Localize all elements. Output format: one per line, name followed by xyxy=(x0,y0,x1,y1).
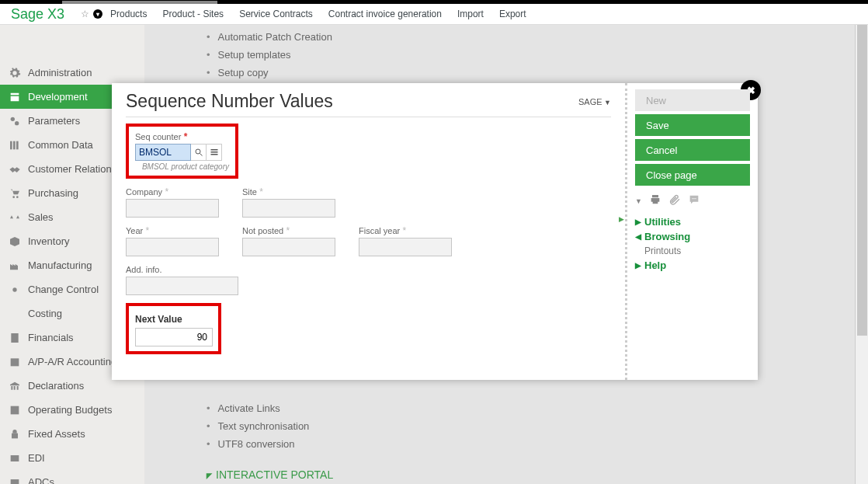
section-interactive-portal[interactable]: INTERACTIVE PORTAL xyxy=(207,468,868,481)
company-field[interactable] xyxy=(126,199,219,218)
printouts-link[interactable]: Printouts xyxy=(635,244,750,258)
svg-point-0 xyxy=(11,117,15,120)
top-link-product-sites[interactable]: Product - Sites xyxy=(162,9,224,19)
data-icon xyxy=(6,138,23,152)
chevron-down-icon[interactable]: ▼ xyxy=(635,197,642,205)
svg-rect-11 xyxy=(11,406,19,414)
list-item[interactable]: Activate Links xyxy=(207,399,868,417)
seq-help-text: BMSOL product category xyxy=(135,162,229,171)
sidebar-item-label: Manufacturing xyxy=(28,259,92,271)
list-item[interactable]: Text synchronisation xyxy=(207,417,868,435)
app-logo[interactable]: Sage X3 xyxy=(11,6,64,23)
svg-rect-2 xyxy=(10,141,12,149)
list-item[interactable]: UTF8 conversion xyxy=(207,435,868,453)
year-label: Year xyxy=(126,225,219,236)
favorite-icon[interactable]: ☆ xyxy=(81,9,89,19)
triangle-left-icon: ▶ xyxy=(635,232,641,241)
sidebar-item-label: Customer Relation xyxy=(28,163,112,175)
nav-circle-icon[interactable]: ▾ xyxy=(93,9,102,19)
top-link-contract-invoice[interactable]: Contract invoice generation xyxy=(328,9,442,19)
modal-action-panel: New Save Cancel Close page ▼ ▶Utilities … xyxy=(627,83,758,380)
fiscal-year-field[interactable] xyxy=(359,238,452,256)
svg-point-1 xyxy=(15,121,19,125)
triangle-right-icon: ▶ xyxy=(635,218,641,226)
next-value-field[interactable] xyxy=(135,328,213,346)
sidebar-item-operating-budgets[interactable]: Operating Budgets xyxy=(0,398,144,422)
search-icon[interactable] xyxy=(191,144,207,161)
modal-title: Sequence Number Values xyxy=(126,91,333,112)
svg-point-20 xyxy=(692,198,693,199)
save-button[interactable]: Save xyxy=(635,114,750,136)
top-link-export[interactable]: Export xyxy=(499,9,526,19)
help-link[interactable]: ▶Help xyxy=(635,258,750,273)
scrollbar-thumb[interactable] xyxy=(857,25,867,336)
fiscal-year-label: Fiscal year xyxy=(359,225,452,236)
not-posted-label: Not posted xyxy=(242,225,335,236)
seq-counter-label: Seq counter xyxy=(135,131,229,142)
calendar-icon xyxy=(6,355,23,369)
sequence-number-modal: ✖ Sequence Number Values SAGE Seq counte… xyxy=(112,83,758,380)
list-item[interactable]: Automatic Patch Creation xyxy=(207,28,868,46)
svg-point-15 xyxy=(196,149,200,154)
budget-icon xyxy=(6,403,23,417)
sidebar-item-edi[interactable]: EDI xyxy=(0,446,144,470)
svg-point-6 xyxy=(16,196,19,198)
chart-icon xyxy=(6,307,23,321)
svg-point-5 xyxy=(12,196,15,198)
browsing-link[interactable]: ▶Browsing xyxy=(635,229,750,244)
triangle-right-icon: ▶ xyxy=(635,261,641,270)
sidebar-item-adcs[interactable]: ADCs xyxy=(0,470,144,484)
sidebar-item-label: Development xyxy=(28,91,88,103)
svg-rect-13 xyxy=(11,455,19,461)
sidebar-item-label: Inventory xyxy=(28,235,69,247)
box-icon xyxy=(6,235,23,249)
not-posted-field[interactable] xyxy=(242,238,335,256)
sidebar-item-label: Change Control xyxy=(28,284,99,295)
gear-icon xyxy=(6,66,23,80)
svg-rect-10 xyxy=(11,358,19,366)
svg-point-21 xyxy=(693,198,694,199)
top-link-products[interactable]: Products xyxy=(110,9,147,19)
scale-icon xyxy=(6,211,23,225)
seq-counter-input[interactable] xyxy=(135,144,191,161)
top-link-import[interactable]: Import xyxy=(457,9,484,19)
sidebar-item-label: Sales xyxy=(28,211,54,223)
svg-rect-3 xyxy=(13,141,16,149)
company-label: Company xyxy=(126,186,219,197)
utilities-link[interactable]: ▶Utilities xyxy=(635,214,750,229)
year-field[interactable] xyxy=(126,238,219,256)
sidebar-item-label: Operating Budgets xyxy=(28,404,112,416)
svg-rect-18 xyxy=(210,151,217,153)
dev-icon xyxy=(6,90,23,104)
site-field[interactable] xyxy=(242,199,335,218)
sidebar-item-label: Purchasing xyxy=(28,187,78,199)
comment-icon[interactable] xyxy=(687,193,701,208)
next-value-header: Next Value xyxy=(135,314,212,325)
add-info-label: Add. info. xyxy=(126,264,238,275)
svg-rect-14 xyxy=(11,479,19,485)
edi-icon xyxy=(6,451,23,465)
list-item[interactable]: Setup templates xyxy=(207,46,868,64)
list-icon[interactable] xyxy=(207,144,222,161)
background-list-mid: Activate Links Text synchronisation UTF8… xyxy=(207,399,868,453)
sidebar-item-fixed-assets[interactable]: Fixed Assets xyxy=(0,422,144,446)
page-scrollbar[interactable] xyxy=(855,25,868,484)
svg-rect-19 xyxy=(210,154,217,155)
cancel-button[interactable]: Cancel xyxy=(635,139,750,161)
sidebar-item-label: ADCs xyxy=(28,476,54,484)
add-info-field[interactable] xyxy=(126,277,238,295)
sage-dropdown[interactable]: SAGE xyxy=(578,97,611,106)
printer-icon[interactable] xyxy=(648,193,662,208)
background-list-top: Automatic Patch Creation Setup templates… xyxy=(207,28,868,82)
sidebar-item-label: Fixed Assets xyxy=(28,428,85,440)
list-item[interactable]: Setup copy xyxy=(207,64,868,82)
sidebar-item-label: Financials xyxy=(28,332,74,343)
new-button[interactable]: New xyxy=(635,89,750,111)
top-link-service-contracts[interactable]: Service Contracts xyxy=(239,9,313,19)
gears-icon xyxy=(6,114,23,128)
close-page-button[interactable]: Close page xyxy=(635,164,750,186)
sidebar-item-administration[interactable]: Administration xyxy=(0,61,144,85)
attachment-icon[interactable] xyxy=(668,193,681,208)
factory-icon xyxy=(6,259,23,273)
handshake-icon xyxy=(6,162,23,176)
